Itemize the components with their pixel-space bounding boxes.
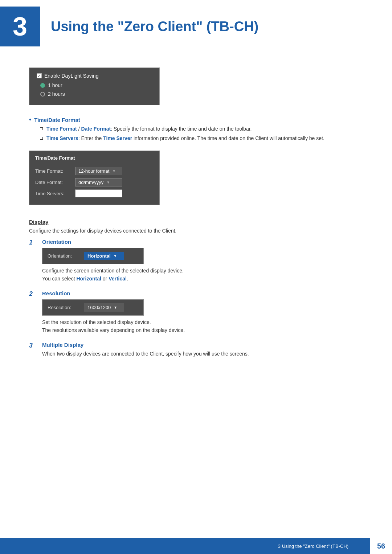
- date-format-field-label: Date Format:: [35, 180, 75, 185]
- orientation-suffix: .: [127, 276, 128, 282]
- resolution-control-label: Resolution:: [48, 305, 84, 310]
- resolution-desc2: The resolutions available vary depending…: [42, 327, 363, 333]
- time-servers-input[interactable]: [75, 189, 122, 197]
- resolution-arrow: ▼: [114, 305, 117, 309]
- sub-item-2-desc: : Enter the: [78, 135, 103, 141]
- bullet-dot: •: [29, 116, 31, 124]
- enable-daylight-label: Enable DayLight Saving: [44, 73, 98, 79]
- resolution-control-box: Resolution: 1600x1200 ▼: [42, 299, 144, 316]
- daylight-saving-screenshot: Enable DayLight Saving 1 hour 2 hours: [29, 67, 160, 105]
- date-format-arrow: ▼: [106, 180, 110, 184]
- sub-item-2-desc2: information provided online. The time an…: [132, 135, 324, 141]
- multiple-display-desc: When two display devices are connected t…: [42, 351, 363, 357]
- chapter-title: Using the "Zero Client" (TB-CH): [51, 19, 258, 34]
- multiple-display-content: Multiple Display When two display device…: [42, 342, 363, 359]
- orientation-horizontal: Horizontal: [76, 276, 101, 282]
- radio-2hours-label: 2 hours: [48, 91, 65, 97]
- radio-1hour-row: 1 hour: [37, 82, 152, 88]
- page-header: 3 Using the "Zero Client" (TB-CH): [0, 0, 392, 53]
- time-date-sub-bullets: Time Format / Date Format: Specify the f…: [40, 126, 363, 141]
- orientation-desc2: You can select Horizontal or Vertical.: [42, 276, 363, 282]
- date-format-row: Date Format: dd/mm/yyyy ▼: [35, 178, 154, 186]
- sub-square-1: [40, 127, 43, 130]
- time-servers-label: Time Servers: [46, 135, 78, 141]
- sub-item-1-desc: : Specify the format to display the time…: [111, 126, 252, 132]
- enable-daylight-checkbox[interactable]: [37, 73, 42, 78]
- slash: /: [77, 126, 81, 132]
- orientation-title: Orientation: [42, 239, 363, 245]
- time-date-title: Time/Date Format: [34, 117, 80, 123]
- enable-daylight-checkbox-row: Enable DayLight Saving: [37, 73, 152, 79]
- sub-item-timeservers-text: Time Servers: Enter the Time Server info…: [46, 135, 324, 141]
- orientation-value: Horizontal: [87, 253, 111, 259]
- sub-item-timeservers: Time Servers: Enter the Time Server info…: [40, 135, 363, 141]
- resolution-dropdown[interactable]: 1600x1200 ▼: [84, 303, 124, 312]
- footer-text: 3 Using the "Zero Client" (TB-CH): [278, 543, 370, 549]
- time-servers-field-label: Time Servers:: [35, 191, 75, 196]
- multiple-display-title: Multiple Display: [42, 342, 363, 348]
- orientation-dropdown[interactable]: Horizontal ▼: [84, 252, 124, 260]
- display-section-desc: Configure the settings for display devic…: [29, 228, 363, 234]
- multiple-display-number: 3: [29, 342, 37, 349]
- orientation-arrow: ▼: [114, 254, 117, 258]
- resolution-value: 1600x1200: [87, 305, 111, 310]
- time-date-bullet-section: • Time/Date Format Time Format / Date Fo…: [29, 117, 363, 141]
- resolution-item: 2 Resolution Resolution: 1600x1200 ▼ Set…: [29, 290, 363, 335]
- orientation-item: 1 Orientation Orientation: Horizontal ▼ …: [29, 239, 363, 284]
- sub-square-2: [40, 137, 43, 140]
- time-date-format-table: Time/Date Format Time Format: 12-hour fo…: [29, 151, 160, 205]
- format-table-title: Time/Date Format: [35, 155, 154, 163]
- time-servers-row: Time Servers:: [35, 189, 154, 197]
- multiple-display-item: 3 Multiple Display When two display devi…: [29, 342, 363, 359]
- orientation-content: Orientation Orientation: Horizontal ▼ Co…: [42, 239, 363, 284]
- orientation-desc1: Configure the screen orientation of the …: [42, 268, 363, 274]
- orientation-desc2-prefix: You can select: [42, 276, 76, 282]
- radio-1hour[interactable]: [40, 83, 45, 88]
- time-date-bullet: • Time/Date Format: [29, 117, 363, 124]
- sub-item-timeformat-text: Time Format / Date Format: Specify the f…: [46, 126, 252, 132]
- page-number: 56: [370, 538, 392, 554]
- resolution-title: Resolution: [42, 290, 363, 296]
- time-format-field-label: Time Format:: [35, 168, 75, 174]
- radio-1hour-label: 1 hour: [48, 82, 62, 88]
- resolution-desc1: Set the resolution of the selected displ…: [42, 319, 363, 325]
- display-section-header: Display: [29, 219, 363, 225]
- orientation-control-label: Orientation:: [48, 253, 84, 259]
- chapter-number: 3: [0, 7, 40, 46]
- orientation-number: 1: [29, 239, 37, 246]
- orientation-control-box: Orientation: Horizontal ▼: [42, 248, 144, 264]
- sub-item-timeformat: Time Format / Date Format: Specify the f…: [40, 126, 363, 132]
- page-footer: 3 Using the "Zero Client" (TB-CH) 56: [0, 538, 392, 554]
- time-format-label: Time Format: [46, 126, 77, 132]
- date-format-value: dd/mm/yyyy: [78, 180, 103, 185]
- date-format-dropdown[interactable]: dd/mm/yyyy ▼: [75, 178, 122, 186]
- date-format-label: Date Format: [81, 126, 111, 132]
- time-server-highlight: Time Server: [103, 135, 132, 141]
- radio-2hours-row: 2 hours: [37, 91, 152, 97]
- resolution-content: Resolution Resolution: 1600x1200 ▼ Set t…: [42, 290, 363, 335]
- resolution-number: 2: [29, 290, 37, 298]
- orientation-mid: or: [101, 276, 109, 282]
- time-format-dropdown[interactable]: 12-hour format ▼: [75, 167, 122, 175]
- time-format-arrow: ▼: [112, 169, 116, 173]
- time-format-row: Time Format: 12-hour format ▼: [35, 167, 154, 175]
- radio-2hours[interactable]: [40, 92, 45, 97]
- orientation-vertical: Vertical: [109, 276, 127, 282]
- time-format-value: 12-hour format: [78, 168, 109, 174]
- main-content: Enable DayLight Saving 1 hour 2 hours • …: [0, 53, 392, 394]
